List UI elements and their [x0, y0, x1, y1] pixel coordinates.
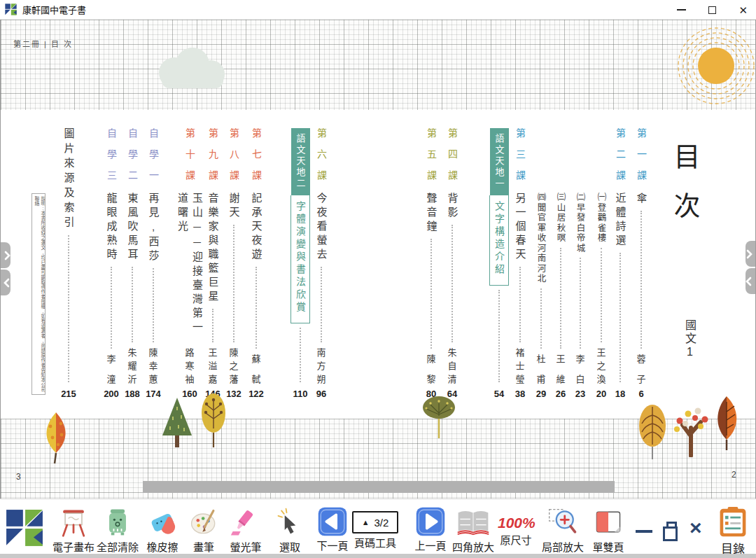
toolbar-single-double-button[interactable]: 單雙頁	[590, 506, 626, 554]
toolbar-label: 頁碼工具	[351, 535, 400, 550]
toolbar-original-size-button[interactable]: 100% 原尺寸	[498, 506, 534, 547]
toc-entry-page: 110	[293, 385, 308, 399]
toc-entry-title: 玉山──迎接臺灣第一道曙光	[175, 193, 204, 338]
trash-can-icon	[102, 506, 134, 538]
toolbar-canvas-button[interactable]: 電子畫布	[51, 506, 96, 554]
toolbar-highlighter-button[interactable]: 螢光筆	[227, 506, 264, 554]
toc-entry[interactable]: 語文天地一文字構造介紹54	[489, 128, 510, 399]
highlighter-icon	[230, 506, 262, 538]
toc-entry-page: 122	[248, 385, 264, 399]
toc-entry[interactable]: 自學三龍眼成熟時李潼200	[101, 128, 122, 399]
toc-entry-title: 字體演變與書法欣賞	[290, 195, 310, 323]
toc-entry-author: 路寒袖	[185, 345, 194, 385]
page-nav-back-right[interactable]	[746, 268, 755, 294]
copyright-note-text: 說明:本書所收錄之選文,均已盡可能取得作者授權,如有遺漏者,尚請原作者告知本公司…	[34, 196, 46, 392]
toc-clipboard-icon	[717, 506, 749, 538]
toc-entry[interactable]: 第二課近體詩選18	[610, 128, 631, 399]
toc-lesson-label: 第六課	[314, 128, 328, 193]
toolbar-close-icon[interactable]: ×	[690, 520, 702, 536]
page-nav-back-left[interactable]	[1, 270, 10, 295]
toolbar-label: 四角放大	[451, 539, 496, 554]
toc-entry[interactable]: 圖片來源及索引215	[58, 128, 79, 399]
toolbar-label: 畫筆	[188, 539, 219, 554]
cursor-select-icon	[274, 506, 307, 538]
toc-entry-author: 陳黎	[426, 351, 435, 385]
toc-lesson-label: 第八課	[227, 128, 241, 193]
toc-entry-title: ㈠登鸛雀樓	[595, 193, 608, 244]
page-nav-forward-right[interactable]	[746, 241, 755, 267]
toc-entry-title: 龍眼成熟時	[104, 193, 119, 263]
page-number-box[interactable]: ▲ 3/2	[352, 511, 398, 533]
toolbar-minimize-icon[interactable]	[636, 530, 652, 533]
kangxuan-logo-icon[interactable]	[6, 509, 43, 547]
dotted-leader	[540, 288, 542, 349]
left-page-number: 3	[16, 472, 21, 482]
dotted-leader	[620, 253, 621, 382]
toc-entry[interactable]: 自學二東風吹馬耳朱耀沂188	[122, 128, 143, 399]
toc-entry-page: 20	[596, 385, 606, 399]
toc-entry[interactable]: ㈡早發白帝城李白23	[570, 128, 591, 399]
page-nav-forward-left[interactable]	[1, 242, 10, 268]
toc-entry[interactable]: 第五課聲音鐘陳黎80	[421, 128, 442, 399]
toolbar-label: 局部放大	[540, 539, 585, 554]
dotted-leader	[560, 248, 561, 349]
toolbar-brush-button[interactable]: 畫筆	[188, 506, 219, 554]
toolbar-label: 螢光筆	[227, 539, 264, 554]
toolbar-restore-icon[interactable]	[666, 522, 677, 532]
toc-entry[interactable]: 第十課玉山──迎接臺灣第一道曙光路寒袖160	[179, 128, 200, 399]
toc-entry[interactable]: ㈣聞官軍收河南河北杜甫29	[531, 128, 552, 399]
toc-entry[interactable]: 第四課背影朱自清64	[442, 128, 463, 399]
toc-entry-page: 188	[125, 385, 140, 399]
window-maximize-icon[interactable]	[708, 6, 716, 14]
page-indicator-value: 3/2	[374, 517, 389, 529]
toc-entry-title: ㈣聞官軍收河南河北	[535, 193, 548, 284]
toolbar-partial-zoom-button[interactable]: 局部放大	[540, 506, 585, 554]
toc-entry[interactable]: ㈠登鸛雀樓王之渙20	[591, 128, 612, 399]
window-minimize-icon[interactable]	[677, 9, 686, 11]
palette-brush-icon	[188, 506, 220, 538]
toolbar-prev-page-button[interactable]: 上一頁	[412, 506, 449, 552]
chevron-right-icon	[746, 249, 752, 259]
dotted-leader	[451, 225, 453, 342]
toc-lesson-label: 第七課	[249, 128, 263, 193]
toc-entry-title: 聲音鐘	[424, 193, 439, 235]
toc-entry-author: 王溢嘉	[208, 345, 217, 385]
easel-icon	[57, 506, 90, 538]
toc-entry-page: 215	[61, 385, 76, 399]
toc-entry[interactable]: 第九課音樂家與職籃巨星王溢嘉146	[202, 128, 223, 399]
toolbar-toc-button[interactable]: 目錄	[714, 506, 752, 557]
toc-entry[interactable]: ㈢山居秋暝王維26	[550, 128, 571, 399]
toc-entry-title: 傘	[634, 193, 649, 207]
toc-entry[interactable]: 語文天地二字體演變與書法欣賞110	[290, 128, 311, 399]
toc-entry-author: 陳之藩	[229, 345, 238, 385]
toc-entry[interactable]: 第六課今夜看螢去南方朔96	[311, 128, 332, 399]
toc-entry[interactable]: 第一課傘蓉子6	[631, 128, 652, 399]
toc-entry-author: 蘇軾	[251, 351, 260, 385]
toc-entry[interactable]: 自學一再見,西莎陳幸蕙174	[143, 128, 164, 399]
toolbar-corner-zoom-button[interactable]: 四角放大	[451, 506, 496, 554]
toc-entry-author: 李潼	[106, 351, 115, 385]
dotted-leader	[519, 267, 521, 342]
open-book-icon	[456, 506, 491, 538]
toolbar-next-page-button[interactable]: 下一頁	[314, 506, 351, 552]
tree-round-olive-icon	[421, 393, 457, 440]
toolbar-page-tool[interactable]: ▲ 3/2 頁碼工具	[351, 506, 400, 550]
toc-entry-author: 陳幸蕙	[148, 345, 158, 385]
sun-decoration	[674, 25, 756, 109]
toc-entry-author: 李白	[575, 351, 584, 385]
toolbar-eraser-button[interactable]: 橡皮擦	[143, 506, 182, 554]
toolbar-clear-all-button[interactable]: 全部清除	[95, 506, 140, 554]
toc-entry-page: 18	[615, 385, 625, 399]
dotted-leader	[111, 267, 112, 349]
toc-lesson-label: 第三課	[513, 128, 527, 193]
window-close-icon[interactable]: ✕	[738, 5, 748, 15]
toc-lesson-label: 自學二	[125, 128, 139, 193]
toolbar-label: 單雙頁	[590, 539, 626, 554]
toc-entry[interactable]: 第七課記承天夜遊蘇軾122	[246, 128, 267, 399]
toolbar-select-button[interactable]: 選取	[274, 506, 305, 554]
toc-entry[interactable]: 第三課另一個春天褚士瑩38	[510, 128, 531, 399]
toc-entry[interactable]: 第八課謝天陳之藩132	[223, 128, 244, 399]
horizontal-scrollbar[interactable]	[143, 481, 615, 493]
toc-entry-title: 記承天夜遊	[249, 193, 264, 263]
toolbar-label: 原尺寸	[498, 532, 534, 547]
